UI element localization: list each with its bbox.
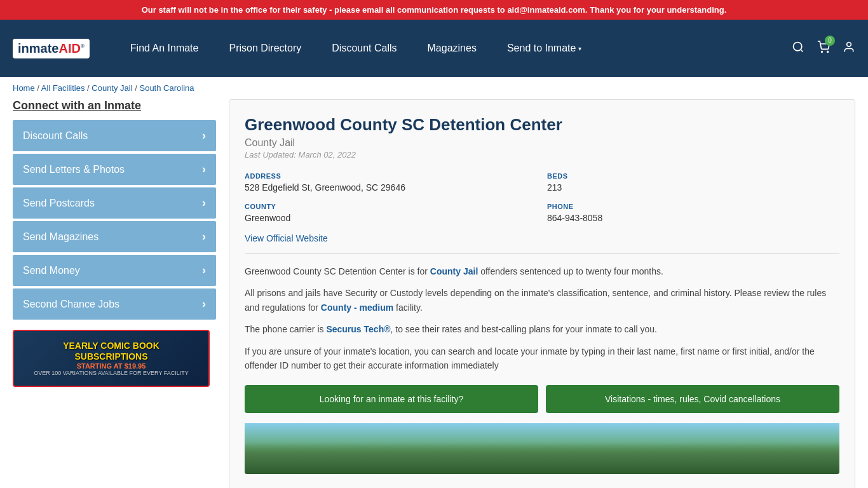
svg-point-3 <box>827 51 829 52</box>
find-inmate-button[interactable]: Looking for an inmate at this facility? <box>245 385 538 413</box>
sidebar-item-send-postcards[interactable]: Send Postcards › <box>13 187 216 219</box>
beds-label: BEDS <box>547 172 839 180</box>
facility-name: Greenwood County SC Detention Center <box>245 115 839 135</box>
sidebar-item-send-letters[interactable]: Send Letters & Photos › <box>13 154 216 185</box>
sidebar-item-discount-calls[interactable]: Discount Calls › <box>13 120 216 151</box>
facility-panel: Greenwood County SC Detention Center Cou… <box>229 99 855 488</box>
address-label: ADDRESS <box>245 172 537 180</box>
breadcrumb: Home / All Facilities / County Jail / So… <box>0 77 868 99</box>
facility-updated: Last Updated: March 02, 2022 <box>245 150 839 159</box>
phone-block: PHONE 864-943-8058 <box>547 203 839 223</box>
sidebar-item-second-chance[interactable]: Second Chance Jobs › <box>13 288 216 320</box>
nav-discount-calls[interactable]: Discount Calls <box>316 20 412 77</box>
facility-image <box>245 423 839 474</box>
description-2: All prisons and jails have Security or C… <box>245 286 839 315</box>
svg-point-4 <box>847 42 851 46</box>
main-content: Connect with an Inmate Discount Calls › … <box>0 99 868 488</box>
beds-block: BEDS 213 <box>547 172 839 193</box>
header: inmateAID® Find An Inmate Prison Directo… <box>0 20 868 77</box>
svg-point-0 <box>794 42 802 50</box>
county-value: Greenwood <box>245 213 537 223</box>
chevron-right-icon: › <box>202 163 206 176</box>
chevron-right-icon: › <box>202 196 206 210</box>
trees-silhouette <box>245 442 839 474</box>
description-1: Greenwood County SC Detention Center is … <box>245 264 839 278</box>
county-label: COUNTY <box>245 203 537 210</box>
sidebar-ad[interactable]: YEARLY COMIC BOOK SUBSCRIPTIONS STARTING… <box>13 330 210 387</box>
nav-magazines[interactable]: Magazines <box>412 20 492 77</box>
svg-point-2 <box>822 51 823 52</box>
nav-find-inmate[interactable]: Find An Inmate <box>115 20 214 77</box>
search-button[interactable] <box>792 41 804 57</box>
sidebar-title: Connect with an Inmate <box>13 99 216 112</box>
logo-area[interactable]: inmateAID® <box>13 39 90 58</box>
county-jail-link[interactable]: County Jail <box>430 266 478 276</box>
ad-small: OVER 100 VARIATIONS AVAILABLE FOR EVERY … <box>34 370 189 376</box>
facility-type: County Jail <box>245 137 839 149</box>
action-buttons: Looking for an inmate at this facility? … <box>245 385 839 413</box>
description-3: The phone carrier is Securus Tech®, to s… <box>245 322 839 336</box>
county-medium-link[interactable]: County - medium <box>321 302 393 313</box>
sidebar-item-send-money[interactable]: Send Money › <box>13 255 216 286</box>
phone-value: 864-943-8058 <box>547 213 839 223</box>
county-block: COUNTY Greenwood <box>245 203 537 223</box>
address-block: ADDRESS 528 Edgefield St, Greenwood, SC … <box>245 172 537 193</box>
breadcrumb-home[interactable]: Home <box>13 83 35 93</box>
chevron-right-icon: › <box>202 230 206 243</box>
chevron-right-icon: › <box>202 297 206 311</box>
logo-box: inmateAID® <box>13 39 90 58</box>
sidebar-item-send-magazines[interactable]: Send Magazines › <box>13 221 216 252</box>
nav-prison-directory[interactable]: Prison Directory <box>214 20 316 77</box>
beds-value: 213 <box>547 182 839 193</box>
svg-line-1 <box>801 49 803 51</box>
breadcrumb-county-jail[interactable]: County Jail <box>92 83 132 93</box>
breadcrumb-all-facilities[interactable]: All Facilities <box>41 83 85 93</box>
logo-text: inmateAID® <box>18 41 85 56</box>
breadcrumb-state[interactable]: South Carolina <box>139 83 194 93</box>
official-website-link[interactable]: View Official Website <box>245 233 328 243</box>
address-value: 528 Edgefield St, Greenwood, SC 29646 <box>245 182 537 193</box>
description-4: If you are unsure of your inmate's locat… <box>245 344 839 373</box>
nav-icons: 0 <box>792 41 855 57</box>
divider <box>245 254 839 254</box>
ad-content: YEARLY COMIC BOOK SUBSCRIPTIONS STARTING… <box>34 341 189 376</box>
user-button[interactable] <box>843 41 855 57</box>
alert-banner: Our staff will not be in the office for … <box>0 0 868 20</box>
dropdown-chevron: ▾ <box>578 45 581 52</box>
cart-badge: 0 <box>825 36 835 46</box>
nav-send-to-inmate[interactable]: Send to Inmate ▾ <box>492 20 597 77</box>
visitations-button[interactable]: Visitations - times, rules, Covid cancel… <box>546 385 839 413</box>
cart-button[interactable]: 0 <box>817 41 830 57</box>
chevron-right-icon: › <box>202 264 206 277</box>
chevron-right-icon: › <box>202 129 206 142</box>
main-nav: Find An Inmate Prison Directory Discount… <box>115 20 792 77</box>
securus-link[interactable]: Securus Tech® <box>326 324 390 334</box>
sidebar: Connect with an Inmate Discount Calls › … <box>13 99 216 488</box>
info-grid: ADDRESS 528 Edgefield St, Greenwood, SC … <box>245 172 839 223</box>
ad-subtitle: STARTING AT $19.95 <box>34 362 189 370</box>
ad-title: YEARLY COMIC BOOK SUBSCRIPTIONS <box>34 341 189 362</box>
phone-label: PHONE <box>547 203 839 210</box>
